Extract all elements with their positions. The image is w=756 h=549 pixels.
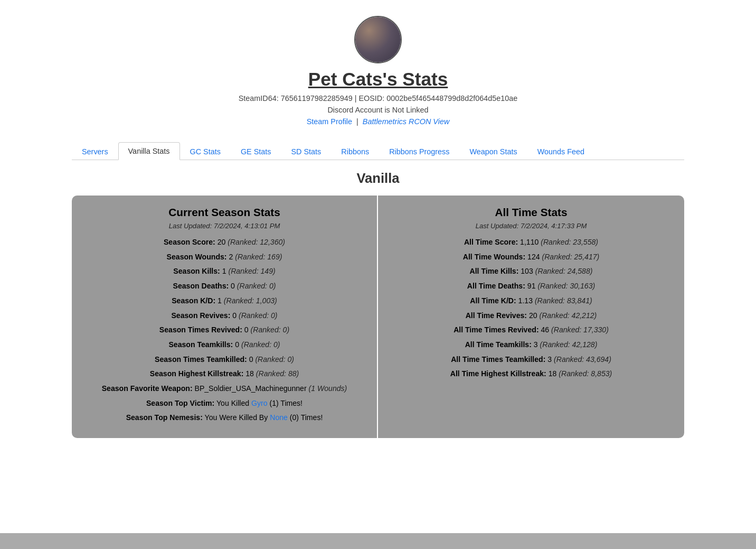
alltime-teamkills-ranked: (Ranked: 42,128) — [540, 340, 598, 349]
steam-profile-link[interactable]: Steam Profile — [307, 117, 352, 126]
season-killstreak-label: Season Highest Killstreak: — [150, 369, 244, 378]
current-season-updated: Last Updated: 7/2/2024, 4:13:01 PM — [88, 222, 361, 230]
page-wrapper: Pet Cats's Stats SteamID64: 765611979822… — [61, 0, 695, 438]
season-times-revived-row: Season Times Revived: 0 (Ranked: 0) — [88, 325, 361, 336]
season-kd-ranked: (Ranked: 1,003) — [224, 296, 277, 305]
alltime-kd-ranked: (Ranked: 83,841) — [535, 296, 592, 305]
tab-vanilla-stats[interactable]: Vanilla Stats — [118, 142, 180, 160]
season-deaths-label: Season Deaths: — [173, 282, 229, 290]
season-teamkills-ranked: (Ranked: 0) — [241, 340, 280, 349]
avatar — [354, 16, 402, 63]
section-title: Vanilla — [72, 171, 684, 186]
alltime-wounds-ranked: (Ranked: 25,417) — [542, 253, 599, 261]
season-favorite-weapon-label: Season Favorite Weapon: — [102, 384, 193, 393]
season-wounds-row: Season Wounds: 2 (Ranked: 169) — [88, 252, 361, 263]
alltime-times-teamkilled-label: All Time Times Teamkilled: — [451, 355, 545, 364]
alltime-score-value: 1,110 — [520, 238, 541, 246]
alltime-kills-row: All Time Kills: 103 (Ranked: 24,588) — [394, 266, 668, 277]
alltime-deaths-ranked: (Ranked: 30,163) — [537, 282, 595, 290]
current-season-title: Current Season Stats — [88, 206, 361, 219]
season-deaths-row: Season Deaths: 0 (Ranked: 0) — [88, 281, 361, 292]
alltime-killstreak-ranked: (Ranked: 8,853) — [559, 369, 612, 378]
season-top-nemesis-suffix: (0) Times! — [290, 413, 323, 422]
season-deaths-ranked: (Ranked: 0) — [237, 282, 276, 290]
season-deaths-value: 0 — [231, 282, 237, 290]
alltime-kills-ranked: (Ranked: 24,588) — [535, 267, 593, 275]
all-time-title: All Time Stats — [394, 206, 668, 219]
alltime-kills-label: All Time Kills: — [470, 267, 519, 275]
tab-ge-stats[interactable]: GE Stats — [231, 143, 281, 160]
alltime-times-teamkilled-value: 3 — [547, 355, 554, 364]
tab-ribbons[interactable]: Ribbons — [331, 143, 379, 160]
tab-ribbons-progress[interactable]: Ribbons Progress — [379, 143, 459, 160]
season-revives-label: Season Revives: — [171, 311, 230, 320]
alltime-times-revived-value: 46 — [541, 325, 552, 334]
alltime-teamkills-value: 3 — [534, 340, 540, 349]
season-top-victim-link[interactable]: Gyro — [251, 399, 268, 407]
season-kills-value: 1 — [222, 267, 229, 275]
avatar-image — [355, 17, 401, 62]
season-wounds-label: Season Wounds: — [167, 253, 227, 261]
alltime-times-revived-ranked: (Ranked: 17,330) — [551, 325, 609, 334]
season-kd-row: Season K/D: 1 (Ranked: 1,003) — [88, 296, 361, 306]
season-top-victim-label: Season Top Victim: — [146, 399, 214, 407]
season-top-nemesis-label: Season Top Nemesis: — [126, 413, 203, 422]
tab-gc-stats[interactable]: GC Stats — [180, 143, 231, 160]
alltime-teamkills-row: All Time Teamkills: 3 (Ranked: 42,128) — [394, 340, 668, 350]
page-title: Pet Cats's Stats — [72, 69, 684, 90]
alltime-revives-label: All Time Revives: — [466, 311, 527, 320]
season-revives-row: Season Revives: 0 (Ranked: 0) — [88, 311, 361, 321]
alltime-kd-label: All Time K/D: — [470, 296, 516, 305]
alltime-revives-value: 20 — [529, 311, 540, 320]
season-top-nemesis-row: Season Top Nemesis: You Were Killed By N… — [88, 413, 361, 423]
alltime-kd-row: All Time K/D: 1.13 (Ranked: 83,841) — [394, 296, 668, 306]
alltime-deaths-row: All Time Deaths: 91 (Ranked: 30,163) — [394, 281, 668, 292]
alltime-deaths-value: 91 — [527, 282, 538, 290]
links-line: Steam Profile | Battlemetrics RCON View — [72, 117, 684, 126]
season-times-teamkilled-label: Season Times Teamkilled: — [155, 355, 247, 364]
season-kills-row: Season Kills: 1 (Ranked: 149) — [88, 266, 361, 277]
season-wounds-ranked: (Ranked: 169) — [235, 253, 282, 261]
alltime-teamkills-label: All Time Teamkills: — [465, 340, 532, 349]
season-kills-label: Season Kills: — [173, 267, 220, 275]
stats-grid: Current Season Stats Last Updated: 7/2/2… — [72, 196, 684, 438]
alltime-times-revived-label: All Time Times Revived: — [453, 325, 538, 334]
season-score-label: Season Score: — [164, 238, 215, 246]
season-score-row: Season Score: 20 (Ranked: 12,360) — [88, 237, 361, 248]
season-top-victim-suffix: (1) Times! — [269, 399, 303, 407]
season-killstreak-ranked: (Ranked: 88) — [256, 369, 299, 378]
season-times-revived-ranked: (Ranked: 0) — [251, 325, 290, 334]
season-killstreak-row: Season Highest Killstreak: 18 (Ranked: 8… — [88, 369, 361, 379]
season-top-nemesis-link[interactable]: None — [270, 413, 288, 422]
alltime-score-label: All Time Score: — [464, 238, 518, 246]
season-times-teamkilled-ranked: (Ranked: 0) — [255, 355, 294, 364]
season-wounds-value: 2 — [229, 253, 235, 261]
discord-status: Discord Account is Not Linked — [72, 106, 684, 114]
alltime-killstreak-label: All Time Highest Killstreak: — [450, 369, 546, 378]
alltime-times-teamkilled-ranked: (Ranked: 43,694) — [554, 355, 611, 364]
links-separator: | — [356, 117, 358, 126]
alltime-wounds-value: 124 — [527, 253, 542, 261]
alltime-killstreak-row: All Time Highest Killstreak: 18 (Ranked:… — [394, 369, 668, 379]
footer-bar — [0, 533, 756, 549]
alltime-times-teamkilled-row: All Time Times Teamkilled: 3 (Ranked: 43… — [394, 355, 668, 365]
season-favorite-weapon-row: Season Favorite Weapon: BP_Soldier_USA_M… — [88, 384, 361, 394]
season-times-revived-label: Season Times Revived: — [159, 325, 242, 334]
alltime-score-ranked: (Ranked: 23,558) — [541, 238, 598, 246]
tab-wounds-feed[interactable]: Wounds Feed — [527, 143, 594, 160]
season-revives-ranked: (Ranked: 0) — [239, 311, 278, 320]
alltime-times-revived-row: All Time Times Revived: 46 (Ranked: 17,3… — [394, 325, 668, 336]
alltime-kd-value: 1.13 — [518, 296, 535, 305]
all-time-updated: Last Updated: 7/2/2024, 4:17:33 PM — [394, 222, 668, 230]
season-killstreak-value: 18 — [245, 369, 256, 378]
tabs-container: Servers Vanilla Stats GC Stats GE Stats … — [72, 142, 684, 160]
alltime-kills-value: 103 — [521, 267, 535, 275]
battlemetrics-link[interactable]: Battlemetrics RCON View — [363, 117, 449, 126]
season-teamkills-value: 0 — [235, 340, 241, 349]
tab-weapon-stats[interactable]: Weapon Stats — [460, 143, 527, 160]
tab-servers[interactable]: Servers — [72, 143, 118, 160]
tab-sd-stats[interactable]: SD Stats — [281, 143, 332, 160]
season-score-value: 20 — [218, 238, 228, 246]
steam-id-line: SteamID64: 76561197982285949 | EOSID: 00… — [72, 94, 684, 103]
season-times-teamkilled-value: 0 — [249, 355, 256, 364]
